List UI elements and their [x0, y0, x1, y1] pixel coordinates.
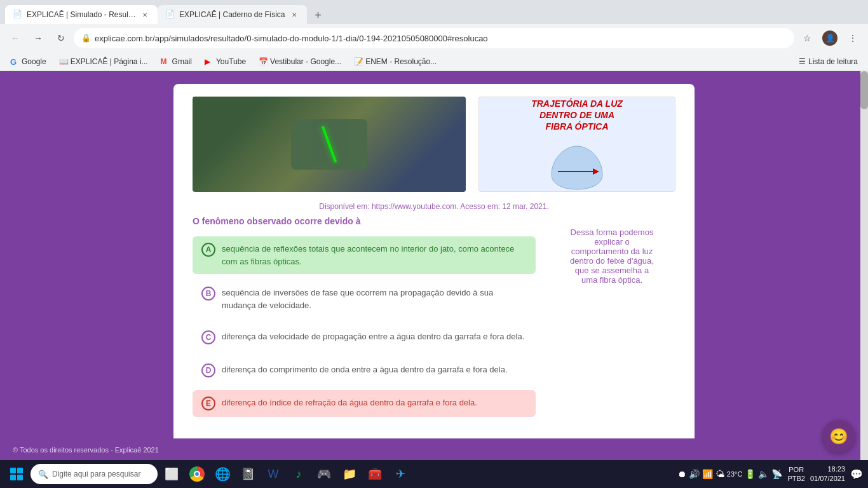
tab-close-2[interactable]: ✕ [289, 10, 299, 20]
app5-taskbar-icon[interactable]: 🎮 [313, 463, 336, 485]
lock-icon: 🔒 [81, 34, 91, 43]
video-image [193, 97, 466, 192]
reload-icon: ↻ [57, 33, 65, 43]
fiber-title-line3: FIBRA ÓPTICA [531, 121, 623, 132]
tab-title-1: EXPLICAÊ | Simulado - Resultado [27, 10, 136, 19]
chat-icon: 😊 [829, 428, 848, 445]
browser-controls: ← → ↻ 🔒 explicae.com.br/app/simulados/re… [0, 24, 868, 52]
option-text-c: diferença da velocidade de propagação en… [222, 330, 524, 343]
browser-menu-button[interactable]: ⋮ [843, 28, 863, 48]
footer-text: © Todos os direitos reservados - Explica… [13, 446, 159, 454]
notification-button[interactable]: 💬 [850, 468, 863, 480]
browser-chrome: 📄 EXPLICAÊ | Simulado - Resultado ✕ 📄 EX… [0, 0, 868, 71]
profile-icon: 👤 [822, 30, 837, 46]
tray-icon-circle[interactable]: ⏺ [677, 469, 686, 479]
start-button[interactable] [5, 463, 28, 485]
back-icon: ← [11, 33, 20, 43]
reading-list-label: Lista de leitura [808, 57, 858, 66]
chrome-taskbar-icon[interactable] [186, 463, 208, 485]
option-a[interactable]: A sequência de reflexões totais que acon… [193, 236, 536, 274]
scrollbar-thumb[interactable] [860, 71, 868, 109]
option-d[interactable]: D diferença do comprimento de onda entre… [193, 357, 536, 384]
video-thumbnail[interactable] [193, 97, 466, 192]
date-text: 01/07/2021 [810, 474, 845, 484]
language-indicator[interactable]: POR PTB2 [787, 465, 805, 484]
taskbar-clock[interactable]: 18:23 01/07/2021 [810, 464, 845, 484]
option-c[interactable]: C diferença da velocidade de propagação … [193, 324, 536, 351]
bookmark-google[interactable]: G Google [5, 55, 51, 68]
back-button[interactable]: ← [5, 28, 25, 48]
option-letter-c: C [201, 330, 215, 344]
url-text: explicae.com.br/app/simulados/resultado/… [95, 34, 787, 43]
footer: © Todos os direitos reservados - Explica… [0, 438, 868, 460]
telegram-taskbar-icon[interactable]: ✈ [389, 463, 412, 485]
wifi-icon[interactable]: 📡 [771, 469, 782, 479]
taskbar-search-icon: 🔍 [38, 470, 48, 479]
option-b[interactable]: B sequência de inversões de fase que oco… [193, 280, 536, 318]
fiber-optic-image: TRAJETÓRIA DA LUZ DENTRO DE UMA FIBRA ÓP… [478, 97, 675, 192]
battery-icon[interactable]: 🔋 [745, 469, 756, 479]
bookmark-enem[interactable]: 📝 ENEM - Resolução... [349, 55, 442, 68]
fiber-svg [539, 140, 615, 191]
edge-taskbar-icon[interactable]: 🌐 [211, 463, 234, 485]
taskbar-right: ⏺ 🔊 📶 🌤 23°C 🔋 🔈 📡 POR PTB2 18:23 01/07/… [677, 464, 863, 484]
option-e[interactable]: E diferença do índice de refração da águ… [193, 390, 536, 417]
tab-inactive[interactable]: 📄 EXPLICAÊ | Caderno de Física ✕ [158, 5, 307, 24]
bookmark-youtube[interactable]: ▶ YouTube [200, 55, 251, 68]
onenote-taskbar-icon[interactable]: 📓 [236, 463, 259, 485]
gmail-favicon: M [161, 57, 170, 66]
option-text-e: diferença do índice de refração da água … [222, 396, 477, 409]
fiber-title-line2: DENTRO DE UMA [531, 109, 623, 121]
sys-tray-icons: ⏺ 🔊 📶 🌤 23°C 🔋 🔈 📡 [677, 469, 783, 479]
volume-icon[interactable]: 🔈 [758, 469, 769, 479]
reload-button[interactable]: ↻ [51, 28, 71, 48]
main-content: TRAJETÓRIA DA LUZ DENTRO DE UMA FIBRA ÓP… [0, 71, 868, 460]
bookmark-gmail-label: Gmail [172, 57, 192, 66]
tab-close-1[interactable]: ✕ [140, 10, 150, 20]
option-text-d: diferença do comprimento de onda entre a… [222, 363, 508, 376]
bookmark-star-button[interactable]: ☆ [797, 28, 817, 48]
weather-icon[interactable]: 🌤 [715, 469, 724, 479]
tab-active[interactable]: 📄 EXPLICAÊ | Simulado - Resultado ✕ [5, 5, 158, 24]
explanation-text: Dessa forma podemos explicar o comportam… [555, 222, 669, 290]
tab-title-2: EXPLICAÊ | Caderno de Física [179, 10, 285, 19]
option-letter-b: B [201, 287, 215, 301]
option-text-b: sequência de inversões de fase que ocorr… [222, 287, 527, 311]
windows-logo [10, 468, 23, 480]
word-taskbar-icon[interactable]: W [262, 463, 285, 485]
taskview-button[interactable]: ⬜ [160, 463, 183, 485]
bookmarks-bar: G Google 📖 EXPLICAÊ | Página i... M Gmai… [0, 52, 868, 71]
bookmark-gmail[interactable]: M Gmail [156, 55, 197, 68]
profile-button[interactable]: 👤 [820, 28, 840, 48]
tray-icon-network[interactable]: 📶 [702, 469, 713, 479]
bookmark-explicae[interactable]: 📖 EXPLICAÊ | Página i... [54, 55, 153, 68]
bookmark-vestibular-label: Vestibular - Google... [270, 57, 341, 66]
page-scrollbar[interactable] [860, 71, 868, 460]
reading-list-button[interactable]: ☰ Lista de leitura [794, 55, 863, 68]
files-taskbar-icon[interactable]: 📁 [338, 463, 361, 485]
new-tab-button[interactable]: + [309, 6, 327, 24]
youtube-favicon: ▶ [205, 57, 214, 66]
storage-taskbar-icon[interactable]: 🧰 [363, 463, 386, 485]
reading-list-icon: ☰ [799, 57, 806, 66]
forward-button[interactable]: → [28, 28, 48, 48]
temperature-text: 23°C [727, 470, 743, 478]
spotify-taskbar-icon[interactable]: ♪ [287, 463, 310, 485]
bookmark-vestibular[interactable]: 📅 Vestibular - Google... [254, 55, 346, 68]
address-bar[interactable]: 🔒 explicae.com.br/app/simulados/resultad… [74, 28, 794, 48]
star-icon: ☆ [803, 33, 811, 43]
tray-icon-sound[interactable]: 🔊 [689, 469, 700, 479]
fiber-title-line1: TRAJETÓRIA DA LUZ [531, 98, 623, 109]
question-text: O fenômeno observado ocorre devido à [193, 216, 536, 226]
chat-button[interactable]: 😊 [822, 420, 855, 453]
language-text: POR [787, 465, 805, 474]
taskbar-search-box[interactable]: 🔍 Digite aqui para pesquisar [31, 464, 158, 484]
right-panel: TRAJETÓRIA DA LUZ DENTRO DE UMA FIBRA ÓP… [478, 97, 675, 192]
taskbar: 🔍 Digite aqui para pesquisar ⬜ 🌐 📓 W ♪ 🎮… [0, 460, 868, 488]
citation-text: Disponível em: https://www.youtube.com. … [193, 202, 675, 211]
bookmark-youtube-label: YouTube [216, 57, 246, 66]
option-letter-d: D [201, 363, 215, 377]
menu-icon: ⋮ [848, 33, 857, 43]
option-letter-e: E [201, 396, 215, 410]
google-favicon: G [10, 57, 19, 66]
